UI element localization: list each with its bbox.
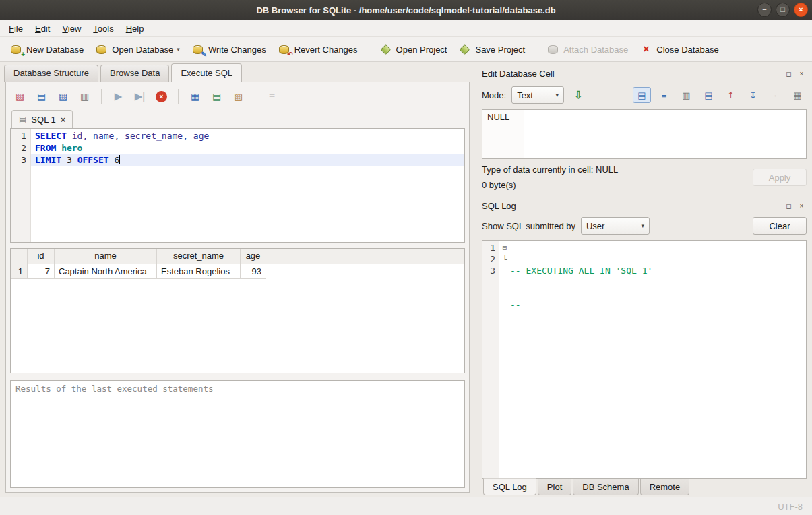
save-cell-button[interactable]: ▤ (699, 87, 718, 103)
cell-id[interactable]: 7 (28, 264, 55, 278)
dock-tabbar: SQL Log Plot DB Schema Remote (482, 479, 807, 497)
cell-editor[interactable]: NULL (482, 109, 807, 159)
mode-combobox[interactable]: Text ▾ (511, 86, 564, 104)
cell-type-info: Type of data currently in cell: NULL (482, 164, 753, 175)
format-code-button[interactable]: ≡ (262, 88, 282, 105)
copy-cell-button[interactable]: ▥ (677, 87, 695, 103)
editor-line-numbers: 1 2 3 (11, 129, 31, 242)
cell-info-row: Type of data currently in cell: NULL 0 b… (482, 164, 807, 190)
execute-sql-page: ▧ ▤ ▨ ▥ ▶ ▶| × ▦ ▤ ▨ ≡ ▤ SQL 1 × (5, 82, 470, 493)
tab-browse-data[interactable]: Browse Data (100, 65, 169, 82)
close-panel-icon[interactable]: × (797, 69, 807, 79)
menu-view[interactable]: View (56, 22, 87, 36)
window-controls: − □ × (757, 3, 808, 17)
copy-icon: ▥ (682, 90, 690, 100)
column-header-age[interactable]: age (241, 249, 266, 264)
chevron-down-icon: ▾ (556, 92, 559, 98)
cell-size-info: 0 byte(s) (482, 180, 753, 190)
word-wrap-button[interactable]: ≡ (655, 87, 673, 103)
open-query-button[interactable]: ▨ (228, 88, 248, 105)
save-sql-as-button[interactable]: ▨ (53, 88, 73, 105)
print-sql-button[interactable]: ▥ (75, 88, 94, 105)
execution-message-pane[interactable]: Results of the last executed statements (10, 380, 465, 488)
import-cell-button[interactable]: ↧ (744, 87, 762, 103)
write-changes-button[interactable]: ✎ Write Changes (186, 41, 272, 58)
close-sql-tab-icon[interactable]: × (61, 115, 66, 125)
column-header-secret-name[interactable]: secret_name (157, 249, 241, 264)
float-panel-icon[interactable]: ◻ (784, 201, 794, 211)
maximize-icon[interactable]: □ (776, 3, 790, 17)
log-filter-combobox[interactable]: User ▾ (581, 217, 650, 235)
empty-cell (266, 264, 465, 278)
row-number-header (11, 249, 28, 264)
log-line-numbers: 1 2 3 (482, 241, 499, 478)
menu-edit[interactable]: Edit (29, 22, 56, 36)
menu-file[interactable]: File (3, 22, 29, 36)
open-database-button[interactable]: Open Database ▾ (90, 41, 186, 58)
sql-editor[interactable]: 1 2 3 SELECT id, name, secret_name, age … (10, 128, 465, 243)
open-sql-file-button[interactable]: ▧ (10, 88, 30, 105)
tab-sql-log[interactable]: SQL Log (483, 478, 536, 495)
save-results-button[interactable]: ▤ (207, 88, 226, 105)
save-sql-as-icon: ▨ (59, 91, 67, 102)
column-header-id[interactable]: id (28, 249, 55, 264)
save-project-button[interactable]: Save Project (453, 41, 531, 58)
tab-database-structure[interactable]: Database Structure (4, 65, 98, 82)
stop-execution-button[interactable]: × (152, 88, 171, 105)
export-icon: ↥ (727, 90, 735, 100)
cell-name[interactable]: Captain North America (55, 264, 157, 278)
float-panel-icon[interactable]: ◻ (784, 69, 794, 79)
close-panel-icon[interactable]: × (797, 201, 807, 211)
save-sql-file-button[interactable]: ▤ (32, 88, 51, 105)
column-header-name[interactable]: name (55, 249, 157, 264)
open-database-dropdown-icon[interactable]: ▾ (177, 46, 180, 53)
import-arrow-icon: ↧ (749, 90, 757, 100)
print-cell-button[interactable]: ▦ (788, 87, 807, 103)
menubar: File Edit View Tools Help (0, 20, 812, 37)
execute-all-button[interactable]: ▶ (108, 88, 128, 105)
cell-value-area: NULL (482, 110, 524, 158)
null-icon: ∙ (774, 90, 777, 100)
filter-label: Show SQL submitted by (482, 221, 575, 231)
open-project-button[interactable]: Open Project (374, 41, 454, 58)
toolbar-separator (369, 42, 369, 57)
fold-collapse-icon[interactable]: ⊟ (499, 242, 510, 253)
tab-execute-sql[interactable]: Execute SQL (171, 63, 242, 82)
tab-remote[interactable]: Remote (640, 479, 690, 495)
tab-db-schema[interactable]: DB Schema (573, 479, 638, 495)
main-tab-area: Database Structure Browse Data Execute S… (0, 62, 476, 497)
sql-log-view[interactable]: 1 2 3 ⊟ └ -- EXECUTING ALL IN 'SQL 1' -- (482, 240, 807, 479)
cell-mode-row: Mode: Text ▾ ⇩ ▤ ≡ ▥ ▤ ↥ ↧ ∙ ▦ (482, 84, 807, 107)
minimize-icon[interactable]: − (757, 3, 772, 17)
close-database-button[interactable]: × Close Database (634, 41, 725, 58)
cell-editor-icon-strip: ▤ ≡ ▥ ▤ ↥ ↧ ∙ ▦ (633, 87, 807, 103)
menu-help[interactable]: Help (120, 22, 150, 36)
execute-line-button[interactable]: ▶| (130, 88, 150, 105)
export-results-button[interactable]: ▦ (185, 88, 205, 105)
cell-secret-name[interactable]: Esteban Rogelios (157, 264, 241, 278)
tab-sql-1[interactable]: ▤ SQL 1 × (11, 110, 73, 128)
execute-all-icon: ▶ (115, 90, 123, 102)
print-icon: ▥ (80, 91, 89, 102)
sql-log-header: SQL Log ◻ × (482, 198, 807, 213)
open-sql-file-icon: ▧ (15, 91, 24, 102)
import-cell-data-button[interactable]: ⇩ (569, 87, 588, 103)
export-cell-button[interactable]: ↥ (722, 87, 740, 103)
sql-log-title: SQL Log (482, 201, 781, 211)
revert-changes-button[interactable]: ↶ Revert Changes (272, 41, 364, 58)
cell-age[interactable]: 93 (241, 264, 266, 278)
tab-plot[interactable]: Plot (538, 479, 571, 495)
text-mode-button[interactable]: ▤ (633, 87, 651, 103)
row-number-cell[interactable]: 1 (11, 264, 28, 278)
close-window-icon[interactable]: × (794, 3, 808, 17)
menu-tools[interactable]: Tools (87, 22, 119, 36)
save-results-icon: ▤ (212, 91, 221, 102)
editor-text[interactable]: SELECT id, name, secret_name, age FROM h… (31, 129, 464, 242)
log-line: -- (510, 299, 806, 311)
code-line-current: LIMIT 3 OFFSET 6 (31, 154, 464, 166)
code-line: FROM hero (31, 142, 464, 154)
mode-label: Mode: (482, 90, 506, 100)
new-database-button[interactable]: + New Database (4, 41, 90, 58)
clear-button[interactable]: Clear (753, 217, 807, 235)
new-database-icon: + (10, 44, 22, 55)
